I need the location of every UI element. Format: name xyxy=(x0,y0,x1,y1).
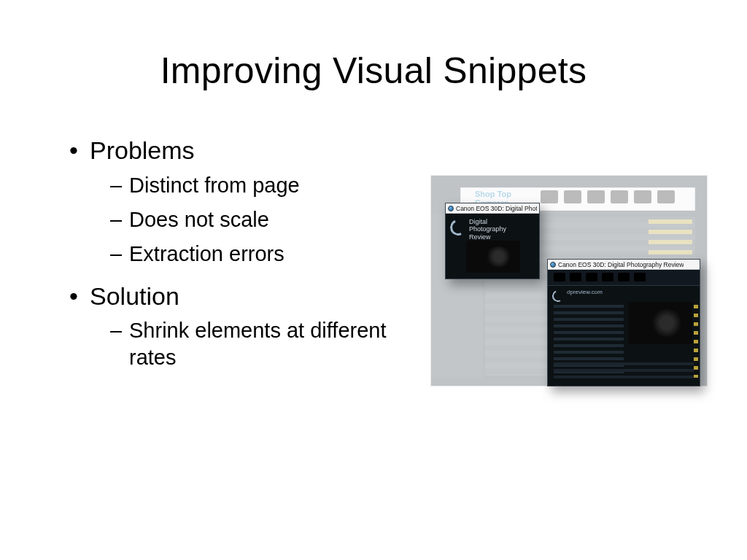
snippet-large-accent xyxy=(694,305,698,378)
bullet-problems: Problems Distinct from page Does not sca… xyxy=(69,135,390,268)
snippet-small-titlebar: Canon EOS 30D: Digital Phot xyxy=(446,203,539,214)
bullet-solution: Solution Shrink elements at different ra… xyxy=(69,281,390,372)
snippet-large: Canon EOS 30D: Digital Photography Revie… xyxy=(547,259,700,386)
snippet-small-title: Canon EOS 30D: Digital Phot xyxy=(456,205,537,212)
figure-composite: Shop Top Cameras Canon EOS 30D: Digital … xyxy=(430,175,708,401)
camera-icon xyxy=(628,302,692,344)
snippet-large-title: Canon EOS 30D: Digital Photography Revie… xyxy=(558,261,684,268)
snippet-large-footer-text xyxy=(554,362,694,381)
subbullet: Shrink elements at different rates xyxy=(110,317,390,371)
bullet-content: Problems Distinct from page Does not sca… xyxy=(69,135,390,385)
snippet-large-brand: dpreview.com xyxy=(567,289,695,295)
subbullet: Extraction errors xyxy=(110,241,390,268)
dpreview-swirl-icon xyxy=(448,217,468,238)
bullet-label: Problems xyxy=(90,136,195,164)
brand-line: Review xyxy=(469,233,535,241)
bullet-label: Solution xyxy=(90,282,179,310)
subbullet: Does not scale xyxy=(110,206,390,233)
banner-camera-row xyxy=(541,190,689,206)
dpreview-swirl-icon xyxy=(551,289,566,304)
snippet-small: Canon EOS 30D: Digital Phot Digital Phot… xyxy=(445,203,540,279)
favicon-globe-icon xyxy=(550,262,556,268)
brand-line: Photography xyxy=(469,225,535,233)
slide: Improving Visual Snippets Problems Disti… xyxy=(0,0,747,560)
snippet-large-topband xyxy=(548,270,700,286)
favicon-globe-icon xyxy=(448,206,454,211)
camera-icon xyxy=(466,241,520,273)
snippet-large-titlebar: Canon EOS 30D: Digital Photography Revie… xyxy=(548,260,700,270)
subbullet: Distinct from page xyxy=(110,172,390,199)
brand-line: Digital xyxy=(469,218,535,225)
brand-domain: dpreview.com xyxy=(567,289,603,295)
slide-title: Improving Visual Snippets xyxy=(0,50,747,92)
thumb-row xyxy=(554,273,694,283)
